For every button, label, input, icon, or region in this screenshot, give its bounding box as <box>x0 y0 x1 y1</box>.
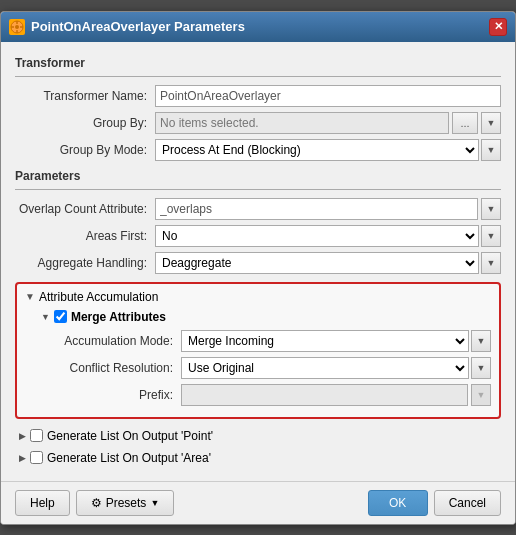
accumulation-mode-arrow-button[interactable]: ▼ <box>471 330 491 352</box>
areas-first-select[interactable]: No Yes <box>155 225 479 247</box>
accumulation-mode-select[interactable]: Merge Incoming Keep Existing Always Repl… <box>181 330 469 352</box>
conflict-resolution-select[interactable]: Use Original Use New <box>181 357 469 379</box>
group-by-input[interactable] <box>155 112 449 134</box>
aggregate-handling-row: Aggregate Handling: Deaggregate Aggregat… <box>15 252 501 274</box>
left-buttons: Help ⚙ Presets ▼ <box>15 490 174 516</box>
prefix-row: Prefix: ▼ <box>61 384 491 406</box>
svg-point-1 <box>15 25 19 29</box>
prefix-label: Prefix: <box>61 388 181 402</box>
attribute-accumulation-section: ▼ Attribute Accumulation ▼ Merge Attribu… <box>15 282 501 419</box>
group-by-ellipsis-button[interactable]: ... <box>452 112 478 134</box>
generate-list-point-checkbox[interactable] <box>30 429 43 442</box>
accumulation-mode-label: Accumulation Mode: <box>61 334 181 348</box>
presets-icon: ⚙ <box>91 496 102 510</box>
areas-first-arrow-button[interactable]: ▼ <box>481 225 501 247</box>
aggregate-handling-arrow-button[interactable]: ▼ <box>481 252 501 274</box>
help-button[interactable]: Help <box>15 490 70 516</box>
presets-dropdown-icon: ▼ <box>150 498 159 508</box>
ok-button[interactable]: OK <box>368 490 428 516</box>
window-icon <box>9 19 25 35</box>
conflict-resolution-arrow-button[interactable]: ▼ <box>471 357 491 379</box>
transformer-name-group <box>155 85 501 107</box>
generate-list-point-row: ▶ Generate List On Output 'Point' <box>15 427 501 445</box>
areas-first-label: Areas First: <box>15 229 155 243</box>
title-bar-left: PointOnAreaOverlayer Parameters <box>9 19 245 35</box>
group-by-mode-select[interactable]: Process At End (Blocking) <box>155 139 479 161</box>
prefix-arrow-button: ▼ <box>471 384 491 406</box>
group-by-row: Group By: ... ▼ <box>15 112 501 134</box>
merge-attributes-header: ▼ Merge Attributes <box>41 310 491 324</box>
merge-attributes-checkbox[interactable] <box>54 310 67 323</box>
conflict-resolution-label: Conflict Resolution: <box>61 361 181 375</box>
group-by-label: Group By: <box>15 116 155 130</box>
group-by-mode-group: Process At End (Blocking) ▼ <box>155 139 501 161</box>
attr-acc-collapse-icon[interactable]: ▼ <box>25 291 35 302</box>
title-bar: PointOnAreaOverlayer Parameters ✕ <box>1 12 515 42</box>
overlap-count-label: Overlap Count Attribute: <box>15 202 155 216</box>
close-button[interactable]: ✕ <box>489 18 507 36</box>
parameters-header: Parameters <box>15 169 501 183</box>
group-by-mode-label: Group By Mode: <box>15 143 155 157</box>
aggregate-handling-label: Aggregate Handling: <box>15 256 155 270</box>
generate-list-area-row: ▶ Generate List On Output 'Area' <box>15 449 501 467</box>
group-by-arrow-button[interactable]: ▼ <box>481 112 501 134</box>
areas-first-group: No Yes ▼ <box>155 225 501 247</box>
attr-acc-title: Attribute Accumulation <box>39 290 158 304</box>
group-by-mode-arrow-button[interactable]: ▼ <box>481 139 501 161</box>
right-buttons: OK Cancel <box>368 490 501 516</box>
transformer-name-row: Transformer Name: <box>15 85 501 107</box>
aggregate-handling-group: Deaggregate Aggregate ▼ <box>155 252 501 274</box>
transformer-header: Transformer <box>15 56 501 70</box>
areas-first-row: Areas First: No Yes ▼ <box>15 225 501 247</box>
group-by-mode-row: Group By Mode: Process At End (Blocking)… <box>15 139 501 161</box>
generate-list-point-expand-icon[interactable]: ▶ <box>19 431 26 441</box>
transformer-section: Transformer Transformer Name: Group By: … <box>15 56 501 161</box>
prefix-input <box>181 384 468 406</box>
generate-list-point-label: Generate List On Output 'Point' <box>47 429 213 443</box>
generate-list-area-expand-icon[interactable]: ▶ <box>19 453 26 463</box>
transformer-name-input[interactable] <box>155 85 501 107</box>
conflict-resolution-row: Conflict Resolution: Use Original Use Ne… <box>61 357 491 379</box>
overlap-count-group: ▼ <box>155 198 501 220</box>
generate-list-area-checkbox[interactable] <box>30 451 43 464</box>
transformer-name-label: Transformer Name: <box>15 89 155 103</box>
overlap-count-input[interactable] <box>155 198 478 220</box>
dialog-window: PointOnAreaOverlayer Parameters ✕ Transf… <box>0 11 516 525</box>
overlap-count-arrow-button[interactable]: ▼ <box>481 198 501 220</box>
merge-attr-expand-icon[interactable]: ▼ <box>41 312 50 322</box>
overlap-count-row: Overlap Count Attribute: ▼ <box>15 198 501 220</box>
conflict-resolution-group: Use Original Use New ▼ <box>181 357 491 379</box>
merge-attributes-label[interactable]: Merge Attributes <box>54 310 166 324</box>
presets-button[interactable]: ⚙ Presets ▼ <box>76 490 175 516</box>
bottom-buttons-bar: Help ⚙ Presets ▼ OK Cancel <box>1 481 515 524</box>
parameters-section: Parameters Overlap Count Attribute: ▼ Ar… <box>15 169 501 274</box>
group-by-group: ... ▼ <box>155 112 501 134</box>
attr-acc-header: ▼ Attribute Accumulation <box>25 290 491 304</box>
cancel-button[interactable]: Cancel <box>434 490 501 516</box>
accumulation-mode-row: Accumulation Mode: Merge Incoming Keep E… <box>61 330 491 352</box>
attr-acc-subsection: ▼ Merge Attributes Accumulation Mode: Me… <box>41 310 491 406</box>
accumulation-mode-group: Merge Incoming Keep Existing Always Repl… <box>181 330 491 352</box>
prefix-group: ▼ <box>181 384 491 406</box>
merge-attributes-options: Accumulation Mode: Merge Incoming Keep E… <box>61 330 491 406</box>
window-title: PointOnAreaOverlayer Parameters <box>31 19 245 34</box>
dialog-content: Transformer Transformer Name: Group By: … <box>1 42 515 481</box>
generate-list-area-label: Generate List On Output 'Area' <box>47 451 211 465</box>
presets-label: Presets <box>106 496 147 510</box>
aggregate-handling-select[interactable]: Deaggregate Aggregate <box>155 252 479 274</box>
